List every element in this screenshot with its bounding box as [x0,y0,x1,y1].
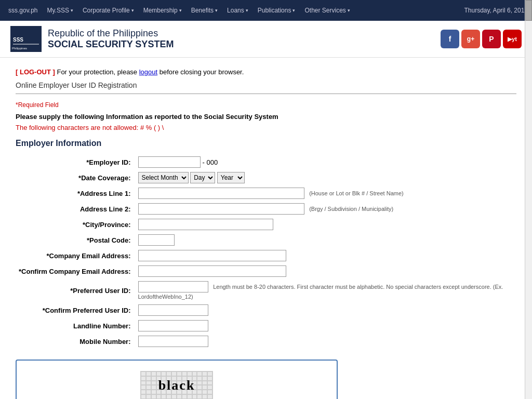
confirm-userid-row: *Confirm Preferred User ID: [16,302,516,318]
mysss-arrow: ▾ [71,8,73,13]
scrollbar-track [525,0,532,399]
city-label: *City/Province: [16,217,135,232]
landline-row: Landline Number: [16,318,516,334]
landline-input[interactable] [138,320,208,331]
address1-label: *Address Line 1: [16,185,135,201]
nav-mysss[interactable]: My.SSS ▾ [43,0,77,21]
mobile-input[interactable] [138,336,208,347]
header-title: Republic of the Philippines SOCIAL SECUR… [48,28,174,50]
membership-arrow: ▾ [179,8,182,13]
employer-id-suffix: - 000 [203,158,218,166]
address1-hint: (House or Lot or Blk # / Street Name) [309,190,404,196]
section-title: Employer Information [16,139,516,148]
nav-membership[interactable]: Membership ▾ [139,0,186,21]
employer-id-field-group: - 000 [138,156,513,168]
postal-row: *Postal Code: [16,232,516,248]
confirm-userid-input[interactable] [138,304,208,316]
logout-message2: before closing your browser. [159,68,244,76]
mobile-label: Mobile Number: [16,334,135,349]
top-navigation: sss.gov.ph My.SSS ▾ Corporate Profile ▾ … [0,0,532,21]
nav-publications[interactable]: Publications ▾ [254,0,300,21]
nav-links: sss.gov.ph My.SSS ▾ Corporate Profile ▾ … [4,0,464,21]
nav-other-services[interactable]: Other Services ▾ [300,0,354,21]
main-content: [ LOG-OUT ] For your protection, please … [0,58,532,399]
header-title-line2: SOCIAL SECURITY SYSTEM [48,39,174,50]
not-allowed: The following characters are not allowed… [16,124,516,131]
city-input[interactable] [138,219,273,230]
email-row: *Company Email Address: [16,248,516,263]
divider [16,94,516,94]
confirm-userid-label: *Confirm Preferred User ID: [16,302,135,318]
header-left: SSS Philippines Republic of the Philippi… [10,26,174,52]
confirm-email-input[interactable] [138,265,286,277]
postal-input[interactable] [138,234,175,246]
registration-form: *Employer ID: - 000 *Date Coverage: Sele… [16,154,516,349]
captcha-box: // Generate grid cells via JS after load… [16,360,338,399]
day-select[interactable]: Day 12345 [190,172,215,183]
address1-input[interactable] [138,188,304,199]
captcha-text: black [158,378,195,393]
userid-label: *Preferred User ID: [16,279,135,302]
city-row: *City/Province: [16,217,516,232]
year-select[interactable]: Year 201520162017 [217,172,245,183]
loans-arrow: ▾ [246,8,248,13]
employer-id-label: *Employer ID: [16,154,135,170]
address2-input[interactable] [138,203,304,215]
page-title: Online Employer User ID Registration [16,81,516,89]
date-coverage-label: *Date Coverage: [16,170,135,185]
userid-row: *Preferred User ID: Length must be 8-20 … [16,279,516,302]
address2-hint: (Brgy / Subdivision / Municipality) [309,206,393,212]
postal-label: *Postal Code: [16,232,135,248]
svg-text:Philippines: Philippines [12,47,27,50]
benefits-arrow: ▾ [215,8,218,13]
nav-corporate[interactable]: Corporate Profile ▾ [78,0,138,21]
corporate-arrow: ▾ [131,8,134,13]
confirm-email-label: *Confirm Company Email Address: [16,263,135,279]
logout-link[interactable]: logout [139,68,157,76]
youtube-icon[interactable]: ▶yt [503,30,522,48]
logout-bracket: [ LOG-OUT ] [16,68,55,76]
pinterest-icon[interactable]: P [482,30,501,48]
header-title-line1: Republic of the Philippines [48,28,174,39]
scrollbar-thumb[interactable] [525,0,532,21]
employer-id-row: *Employer ID: - 000 [16,154,516,170]
email-label: *Company Email Address: [16,248,135,263]
confirm-email-row: *Confirm Company Email Address: [16,263,516,279]
other-services-arrow: ▾ [348,8,350,13]
address2-label: Address Line 2: [16,201,135,217]
sss-logo: SSS Philippines [10,26,42,52]
logout-bar: [ LOG-OUT ] For your protection, please … [16,68,516,76]
site-header: SSS Philippines Republic of the Philippi… [0,21,532,58]
logout-message: For your protection, please [57,68,139,76]
googleplus-icon[interactable]: g+ [461,30,480,48]
email-input[interactable] [138,250,286,261]
facebook-icon[interactable]: f [441,30,459,48]
nav-site[interactable]: sss.gov.ph [4,0,42,21]
mobile-row: Mobile Number: [16,334,516,349]
nav-loans[interactable]: Loans ▾ [223,0,252,21]
nav-benefits[interactable]: Benefits ▾ [187,0,222,21]
date-display: Thursday, April 6, 2017 [464,7,528,14]
address2-row: Address Line 2: (Brgy / Subdivision / Mu… [16,201,516,217]
employer-id-input[interactable] [138,156,201,168]
landline-label: Landline Number: [16,318,135,334]
address1-row: *Address Line 1: (House or Lot or Blk # … [16,185,516,201]
publications-arrow: ▾ [292,8,295,13]
required-note: *Required Field [16,101,516,109]
date-coverage-row: *Date Coverage: Select Month JanuaryFebr… [16,170,516,185]
social-icons: f g+ P ▶yt [441,30,522,48]
svg-text:SSS: SSS [13,37,23,43]
instructions: Please supply the following Information … [16,113,516,121]
month-select[interactable]: Select Month JanuaryFebruaryMarch AprilM… [138,172,189,183]
userid-input[interactable] [138,281,208,292]
captcha-image: // Generate grid cells via JS after load… [140,371,213,399]
